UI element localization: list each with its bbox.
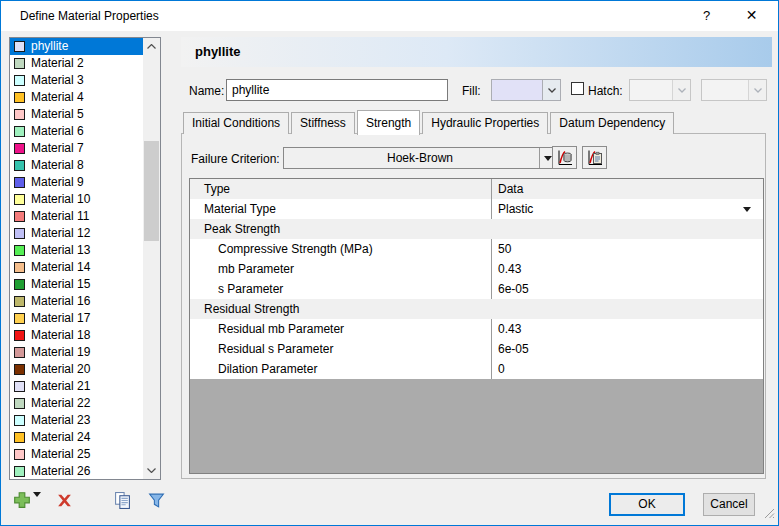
property-label: s Parameter — [190, 279, 492, 299]
material-label: Material 17 — [31, 310, 90, 327]
material-color-swatch — [14, 347, 25, 358]
failure-criterion-value: Hoek-Brown — [387, 151, 453, 165]
material-label: Material 9 — [31, 174, 84, 191]
lab-report-chart-button[interactable] — [582, 146, 607, 169]
column-header-type: Type — [190, 179, 492, 199]
material-list-items: phylliteMaterial 2Material 3Material 4Ma… — [10, 38, 143, 479]
material-list-item[interactable]: Material 9 — [10, 174, 143, 191]
section-label: Residual Strength — [190, 299, 763, 319]
material-color-swatch — [14, 177, 25, 188]
fill-color-combo[interactable] — [491, 79, 561, 101]
tab-initial-conditions[interactable]: Initial Conditions — [183, 112, 289, 134]
add-material-dropdown-icon[interactable] — [33, 497, 41, 511]
copy-material-button[interactable] — [111, 489, 133, 511]
filter-materials-button[interactable] — [145, 489, 167, 511]
hatch-pattern-combo — [629, 79, 691, 101]
material-list-item[interactable]: Material 26 — [10, 463, 143, 479]
material-list-item[interactable]: Material 21 — [10, 378, 143, 395]
material-list-item[interactable]: Material 20 — [10, 361, 143, 378]
plus-icon — [13, 491, 31, 509]
material-list-item[interactable]: Material 17 — [10, 310, 143, 327]
material-list-item[interactable]: Material 25 — [10, 446, 143, 463]
failure-criterion-label: Failure Criterion: — [191, 152, 280, 166]
scrollbar-thumb[interactable] — [144, 141, 159, 241]
delete-x-icon — [56, 492, 73, 509]
material-label: Material 16 — [31, 293, 90, 310]
material-label: Material 7 — [31, 140, 84, 157]
tab-stiffness[interactable]: Stiffness — [291, 112, 355, 134]
material-list-item[interactable]: phyllite — [10, 38, 143, 55]
material-color-swatch — [14, 415, 25, 426]
close-button[interactable]: ✕ — [729, 1, 774, 30]
table-row: Compressive Strength (MPa)50 — [190, 239, 763, 259]
material-label: Material 6 — [31, 123, 84, 140]
property-value[interactable]: 6e-05 — [492, 279, 763, 299]
dropdown-caret-icon[interactable] — [743, 207, 751, 212]
material-label: Material 3 — [31, 72, 84, 89]
material-list-item[interactable]: Material 5 — [10, 106, 143, 123]
delete-material-button[interactable] — [53, 489, 75, 511]
hatch-checkbox[interactable] — [571, 82, 584, 95]
scroll-down-icon[interactable] — [143, 462, 160, 479]
material-list-item[interactable]: Material 10 — [10, 191, 143, 208]
strength-property-table: Type Data Material TypePlasticPeak Stren… — [189, 178, 764, 474]
fill-label: Fill: — [462, 84, 481, 98]
material-color-swatch — [14, 245, 25, 256]
cancel-button[interactable]: Cancel — [703, 493, 755, 516]
strength-curve-lab-icon — [556, 149, 574, 167]
property-value[interactable]: 0.43 — [492, 259, 763, 279]
material-list-item[interactable]: Material 14 — [10, 259, 143, 276]
material-list-item[interactable]: Material 4 — [10, 89, 143, 106]
property-value[interactable]: 6e-05 — [492, 339, 763, 359]
copy-icon — [114, 492, 131, 509]
table-row: Residual s Parameter6e-05 — [190, 339, 763, 359]
material-label: Material 14 — [31, 259, 90, 276]
lab-data-chart-button[interactable] — [552, 146, 577, 169]
material-list-item[interactable]: Material 16 — [10, 293, 143, 310]
property-value[interactable]: 0 — [492, 359, 763, 379]
material-list-item[interactable]: Material 22 — [10, 395, 143, 412]
table-row: Dilation Parameter0 — [190, 359, 763, 379]
dialog-title: Define Material Properties — [20, 9, 159, 23]
material-list-item[interactable]: Material 6 — [10, 123, 143, 140]
material-list-item[interactable]: Material 13 — [10, 242, 143, 259]
material-list-item[interactable]: Material 12 — [10, 225, 143, 242]
tab-strength[interactable]: Strength — [357, 110, 420, 135]
material-color-swatch — [14, 398, 25, 409]
property-value[interactable]: Plastic — [492, 199, 763, 219]
material-list-item[interactable]: Material 15 — [10, 276, 143, 293]
help-button[interactable]: ? — [684, 1, 729, 30]
name-input[interactable] — [226, 79, 448, 101]
material-label: Material 15 — [31, 276, 90, 293]
material-label: Material 10 — [31, 191, 90, 208]
material-list-item[interactable]: Material 3 — [10, 72, 143, 89]
failure-criterion-combo[interactable]: Hoek-Brown — [283, 147, 557, 169]
material-list-item[interactable]: Material 24 — [10, 429, 143, 446]
material-label: Material 13 — [31, 242, 90, 259]
material-list-item[interactable]: Material 23 — [10, 412, 143, 429]
material-color-swatch — [14, 432, 25, 443]
property-value[interactable]: 0.43 — [492, 319, 763, 339]
property-label: mb Parameter — [190, 259, 492, 279]
material-color-swatch — [14, 58, 25, 69]
material-color-swatch — [14, 92, 25, 103]
tab-hydraulic-properties[interactable]: Hydraulic Properties — [422, 112, 548, 134]
tab-datum-dependency[interactable]: Datum Dependency — [550, 112, 674, 134]
material-list-scrollbar[interactable] — [143, 38, 160, 479]
ok-button[interactable]: OK — [609, 493, 685, 516]
scroll-up-icon[interactable] — [143, 38, 160, 55]
material-list-item[interactable]: Material 2 — [10, 55, 143, 72]
material-list-item[interactable]: Material 19 — [10, 344, 143, 361]
material-list-item[interactable]: Material 7 — [10, 140, 143, 157]
material-label: Material 12 — [31, 225, 90, 242]
add-material-button[interactable] — [11, 489, 33, 511]
table-row: s Parameter6e-05 — [190, 279, 763, 299]
property-value[interactable]: 50 — [492, 239, 763, 259]
resize-grip-icon[interactable] — [764, 508, 775, 522]
property-tabs: Initial ConditionsStiffnessStrengthHydra… — [183, 110, 676, 134]
material-list-item[interactable]: Material 11 — [10, 208, 143, 225]
material-list-item[interactable]: Material 18 — [10, 327, 143, 344]
property-label: Residual s Parameter — [190, 339, 492, 359]
material-list-item[interactable]: Material 8 — [10, 157, 143, 174]
fill-combo-chevron-icon[interactable] — [542, 80, 560, 100]
